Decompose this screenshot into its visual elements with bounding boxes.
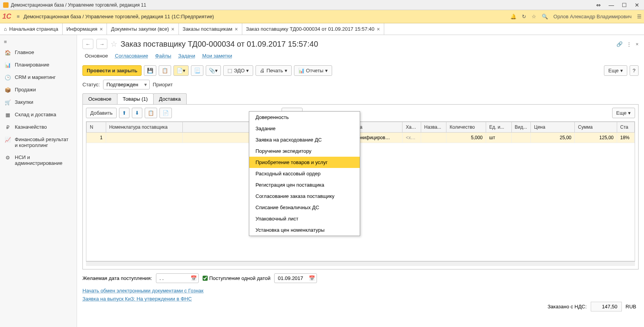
subtab-tasks[interactable]: Задачи — [178, 53, 195, 59]
reports-button[interactable]: 📊 Отчеты ▾ — [294, 65, 332, 76]
col-qty[interactable]: Количество — [446, 122, 486, 133]
user-name[interactable]: Орлов Александр Владимирович — [553, 14, 632, 19]
tab-home[interactable]: ⌂ Начальная страница — [0, 23, 63, 35]
desired-date-input[interactable]: . .📅 — [156, 273, 199, 283]
settings-icon[interactable]: ☰ — [637, 14, 642, 19]
menu-icon[interactable]: ≡ — [17, 14, 20, 19]
star-icon[interactable]: ☆ — [532, 14, 536, 19]
cell-char[interactable]: <ха… — [402, 133, 421, 143]
more-button[interactable]: Еще ▾ — [604, 65, 627, 76]
edo-button[interactable]: ⬚ ЭДО ▾ — [223, 65, 253, 76]
cell-supplier-item[interactable] — [106, 133, 183, 143]
col-supplier-item[interactable]: Номенклатура поставщика — [106, 122, 183, 133]
sidebar-toggle-icon[interactable]: ≡ — [0, 37, 77, 46]
subtab-main[interactable]: Основное — [85, 53, 108, 59]
dropdown-item[interactable]: Регистрация цен поставщика — [249, 179, 360, 191]
cell-unit[interactable]: шт — [486, 133, 512, 143]
sidebar-item-planning[interactable]: 📊Планирование — [0, 59, 77, 71]
tab-orders[interactable]: Заказы поставщикам × — [179, 23, 242, 35]
search-icon[interactable]: 🔍 — [542, 14, 548, 19]
doc-button[interactable]: 📃 — [191, 65, 203, 76]
cell-sum[interactable]: 125,00 — [575, 133, 617, 143]
sidebar-item-admin[interactable]: ⚙НСИ и администрирование — [0, 151, 77, 169]
sidebar-item-purchases[interactable]: 🛒Закупки — [0, 96, 77, 108]
link-icon[interactable]: 🔗 — [616, 41, 623, 47]
favorite-icon[interactable]: ☆ — [110, 39, 117, 49]
add-button[interactable]: Добавить — [86, 108, 117, 118]
calendar-icon[interactable]: 📅 — [191, 275, 197, 281]
tab-purchase-docs[interactable]: Документы закупки (все) × — [107, 23, 178, 35]
move-up-button[interactable]: ⬆ — [119, 108, 130, 118]
sidebar-item-main[interactable]: 🏠Главное — [0, 46, 77, 59]
cell-qty[interactable]: 5,000 — [446, 133, 486, 143]
dropdown-item[interactable]: Упаковочный лист — [249, 213, 360, 224]
cell-type[interactable] — [511, 133, 531, 143]
back-button[interactable]: ← — [82, 39, 93, 49]
close-icon[interactable]: × — [100, 26, 103, 32]
maximize-icon[interactable]: ☐ — [620, 2, 628, 8]
subtab-notes[interactable]: Мои заметки — [202, 53, 232, 59]
close-icon[interactable]: × — [377, 26, 380, 32]
kiz-request-link[interactable]: Заявка на выпуск КиЗ: На утверждении в Ф… — [82, 296, 639, 302]
inner-tab-goods[interactable]: Товары (1) — [117, 93, 154, 104]
col-price[interactable]: Цена — [531, 122, 575, 133]
cell-vat[interactable]: 18% — [617, 133, 634, 143]
goods-table[interactable]: N Номенклатура поставщика Номенклатура Х… — [86, 121, 635, 261]
inner-tab-main[interactable]: Основное — [82, 93, 117, 104]
subtab-files[interactable]: Файлы — [155, 53, 171, 59]
save-button[interactable]: 💾 — [144, 65, 156, 76]
single-date-input[interactable]: 01.09.2017📅 — [274, 273, 317, 283]
subtab-approval[interactable]: Согласование — [115, 53, 148, 59]
close-doc-icon[interactable]: × — [635, 41, 639, 47]
close-icon[interactable]: × — [234, 26, 238, 32]
cell-name[interactable] — [421, 133, 446, 143]
start-edo-link[interactable]: Начать обмен электронными документами с … — [82, 288, 639, 294]
sidebar-item-sales[interactable]: 📦Продажи — [0, 84, 77, 96]
inner-more-button[interactable]: Еще ▾ — [612, 108, 635, 118]
dropdown-item[interactable]: Задание — [249, 123, 360, 134]
inner-tab-delivery[interactable]: Доставка — [153, 93, 187, 104]
col-char[interactable]: Хар... — [402, 122, 421, 133]
dropdown-item[interactable]: Расходный кассовый ордер — [249, 168, 360, 179]
move-down-button[interactable]: ⬇ — [132, 108, 142, 118]
calendar-icon[interactable]: 📅 — [309, 275, 315, 281]
cell-n[interactable]: 1 — [87, 133, 106, 143]
horizontal-scrollbar[interactable] — [86, 261, 635, 266]
col-unit[interactable]: Ед. и... — [486, 122, 512, 133]
help-button[interactable]: ? — [630, 65, 639, 76]
dropdown-item[interactable]: Установка цен номенклатуры — [249, 224, 360, 236]
dropdown-item[interactable]: Согласование заказа поставщику — [249, 191, 360, 202]
scroll-icon[interactable]: ⇔ — [595, 2, 602, 8]
bell-icon[interactable]: 🔔 — [510, 14, 516, 19]
more-icon[interactable]: ⋮ — [626, 41, 632, 47]
attach-button[interactable]: 📎▾ — [206, 65, 221, 76]
tab-info[interactable]: Информация × — [63, 23, 107, 35]
paste-button[interactable]: 📄 — [159, 108, 172, 118]
single-date-checkbox[interactable]: Поступление одной датой — [203, 275, 270, 281]
close-window-icon[interactable]: ✕ — [633, 2, 641, 8]
tab-order-detail[interactable]: Заказ поставщику ТД00-000034 от 01.09.20… — [242, 23, 384, 35]
dropdown-item-highlight[interactable]: Приобретение товаров и услуг — [249, 157, 360, 168]
col-n[interactable]: N — [87, 122, 106, 133]
col-sum[interactable]: Сумма — [575, 122, 617, 133]
sidebar-item-crm[interactable]: 🕒CRM и маркетинг — [0, 71, 77, 84]
sidebar-item-treasury[interactable]: ₽Казначейство — [0, 121, 77, 133]
copy-button[interactable]: 📋 — [145, 108, 157, 118]
close-icon[interactable]: × — [171, 26, 174, 32]
col-vat[interactable]: Ста — [617, 122, 634, 133]
table-row[interactable]: 1 КИЗ (неперсонифициров… <ха… 5,000 шт 2… — [87, 133, 635, 143]
status-select[interactable]: Подтвержден — [103, 80, 150, 89]
post-button[interactable]: 📋 — [159, 65, 171, 76]
dropdown-item[interactable]: Заявка на расходование ДС — [249, 134, 360, 145]
print-button[interactable]: 🖨 Печать ▾ — [256, 65, 292, 76]
post-close-button[interactable]: Провести и закрыть — [82, 65, 142, 76]
create-based-button[interactable]: 📄▾ — [173, 65, 189, 76]
history-icon[interactable]: ↻ — [522, 14, 526, 19]
minimize-icon[interactable]: — — [607, 2, 616, 8]
dropdown-item[interactable]: Поручение экспедитору — [249, 145, 360, 157]
col-name[interactable]: Назва... — [421, 122, 446, 133]
dropdown-item[interactable]: Доверенность — [249, 112, 360, 123]
dropdown-item[interactable]: Списание безналичных ДС — [249, 202, 360, 213]
cell-price[interactable]: 25,00 — [531, 133, 575, 143]
sidebar-item-finance[interactable]: 📈Финансовый результат и контроллинг — [0, 133, 77, 151]
